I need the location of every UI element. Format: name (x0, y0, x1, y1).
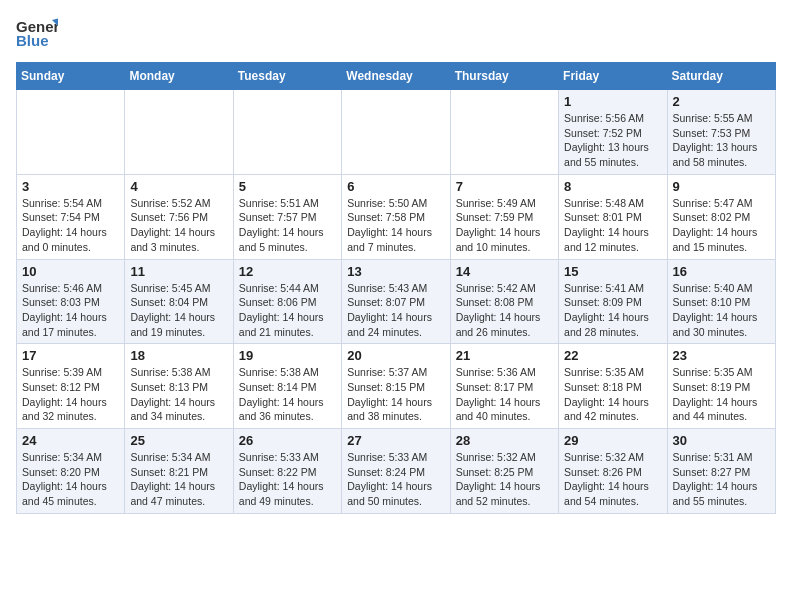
day-info: Sunrise: 5:37 AM (347, 365, 444, 380)
day-number: 21 (456, 348, 553, 363)
day-info: Sunrise: 5:48 AM (564, 196, 661, 211)
calendar-cell: 18Sunrise: 5:38 AMSunset: 8:13 PMDayligh… (125, 344, 233, 429)
calendar-cell: 23Sunrise: 5:35 AMSunset: 8:19 PMDayligh… (667, 344, 775, 429)
day-info: Daylight: 14 hours and 15 minutes. (673, 225, 770, 254)
col-header-sunday: Sunday (17, 63, 125, 90)
day-number: 20 (347, 348, 444, 363)
day-number: 14 (456, 264, 553, 279)
day-info: Daylight: 14 hours and 30 minutes. (673, 310, 770, 339)
day-info: Daylight: 14 hours and 42 minutes. (564, 395, 661, 424)
day-number: 8 (564, 179, 661, 194)
calendar-cell: 5Sunrise: 5:51 AMSunset: 7:57 PMDaylight… (233, 174, 341, 259)
calendar-cell: 9Sunrise: 5:47 AMSunset: 8:02 PMDaylight… (667, 174, 775, 259)
day-number: 26 (239, 433, 336, 448)
calendar-cell: 12Sunrise: 5:44 AMSunset: 8:06 PMDayligh… (233, 259, 341, 344)
calendar-cell (342, 90, 450, 175)
day-info: Sunset: 8:21 PM (130, 465, 227, 480)
day-number: 5 (239, 179, 336, 194)
calendar-week-row: 1Sunrise: 5:56 AMSunset: 7:52 PMDaylight… (17, 90, 776, 175)
calendar-week-row: 10Sunrise: 5:46 AMSunset: 8:03 PMDayligh… (17, 259, 776, 344)
day-info: Daylight: 14 hours and 21 minutes. (239, 310, 336, 339)
day-info: Daylight: 14 hours and 12 minutes. (564, 225, 661, 254)
day-info: Sunset: 7:54 PM (22, 210, 119, 225)
day-info: Sunset: 8:13 PM (130, 380, 227, 395)
day-info: Daylight: 14 hours and 55 minutes. (673, 479, 770, 508)
day-info: Daylight: 14 hours and 54 minutes. (564, 479, 661, 508)
day-info: Sunrise: 5:38 AM (239, 365, 336, 380)
calendar-cell: 29Sunrise: 5:32 AMSunset: 8:26 PMDayligh… (559, 429, 667, 514)
col-header-friday: Friday (559, 63, 667, 90)
calendar-cell: 6Sunrise: 5:50 AMSunset: 7:58 PMDaylight… (342, 174, 450, 259)
day-info: Daylight: 14 hours and 26 minutes. (456, 310, 553, 339)
day-info: Sunrise: 5:39 AM (22, 365, 119, 380)
day-info: Sunrise: 5:41 AM (564, 281, 661, 296)
calendar-cell: 2Sunrise: 5:55 AMSunset: 7:53 PMDaylight… (667, 90, 775, 175)
day-info: Sunset: 8:20 PM (22, 465, 119, 480)
day-number: 1 (564, 94, 661, 109)
day-info: Sunrise: 5:55 AM (673, 111, 770, 126)
day-info: Sunset: 8:01 PM (564, 210, 661, 225)
logo-icon: General Blue (16, 16, 58, 52)
calendar-cell: 19Sunrise: 5:38 AMSunset: 8:14 PMDayligh… (233, 344, 341, 429)
day-number: 24 (22, 433, 119, 448)
day-info: Sunrise: 5:31 AM (673, 450, 770, 465)
day-info: Daylight: 14 hours and 47 minutes. (130, 479, 227, 508)
day-info: Sunrise: 5:34 AM (22, 450, 119, 465)
col-header-tuesday: Tuesday (233, 63, 341, 90)
day-info: Daylight: 14 hours and 34 minutes. (130, 395, 227, 424)
day-info: Daylight: 14 hours and 24 minutes. (347, 310, 444, 339)
calendar-header-row: SundayMondayTuesdayWednesdayThursdayFrid… (17, 63, 776, 90)
calendar-cell: 1Sunrise: 5:56 AMSunset: 7:52 PMDaylight… (559, 90, 667, 175)
day-info: Daylight: 14 hours and 0 minutes. (22, 225, 119, 254)
calendar-cell: 20Sunrise: 5:37 AMSunset: 8:15 PMDayligh… (342, 344, 450, 429)
day-info: Sunrise: 5:35 AM (564, 365, 661, 380)
day-number: 19 (239, 348, 336, 363)
calendar-cell: 22Sunrise: 5:35 AMSunset: 8:18 PMDayligh… (559, 344, 667, 429)
day-info: Sunrise: 5:50 AM (347, 196, 444, 211)
day-info: Sunset: 8:22 PM (239, 465, 336, 480)
day-info: Daylight: 14 hours and 45 minutes. (22, 479, 119, 508)
day-info: Sunset: 8:06 PM (239, 295, 336, 310)
day-info: Daylight: 14 hours and 5 minutes. (239, 225, 336, 254)
day-info: Sunrise: 5:42 AM (456, 281, 553, 296)
calendar-cell: 10Sunrise: 5:46 AMSunset: 8:03 PMDayligh… (17, 259, 125, 344)
day-info: Sunrise: 5:33 AM (347, 450, 444, 465)
day-info: Sunset: 7:52 PM (564, 126, 661, 141)
day-info: Daylight: 14 hours and 36 minutes. (239, 395, 336, 424)
day-info: Sunrise: 5:35 AM (673, 365, 770, 380)
day-number: 2 (673, 94, 770, 109)
calendar-cell: 28Sunrise: 5:32 AMSunset: 8:25 PMDayligh… (450, 429, 558, 514)
day-info: Daylight: 14 hours and 40 minutes. (456, 395, 553, 424)
calendar-cell: 25Sunrise: 5:34 AMSunset: 8:21 PMDayligh… (125, 429, 233, 514)
day-info: Sunset: 8:19 PM (673, 380, 770, 395)
day-number: 6 (347, 179, 444, 194)
calendar-cell (233, 90, 341, 175)
day-info: Sunset: 8:27 PM (673, 465, 770, 480)
calendar-cell: 15Sunrise: 5:41 AMSunset: 8:09 PMDayligh… (559, 259, 667, 344)
day-number: 13 (347, 264, 444, 279)
day-info: Sunset: 8:03 PM (22, 295, 119, 310)
day-info: Sunrise: 5:43 AM (347, 281, 444, 296)
calendar-cell: 14Sunrise: 5:42 AMSunset: 8:08 PMDayligh… (450, 259, 558, 344)
day-number: 23 (673, 348, 770, 363)
calendar-cell: 26Sunrise: 5:33 AMSunset: 8:22 PMDayligh… (233, 429, 341, 514)
svg-text:Blue: Blue (16, 32, 49, 49)
day-info: Sunrise: 5:38 AM (130, 365, 227, 380)
day-info: Sunset: 7:53 PM (673, 126, 770, 141)
col-header-thursday: Thursday (450, 63, 558, 90)
day-number: 30 (673, 433, 770, 448)
page-header: General Blue (16, 16, 776, 52)
day-info: Daylight: 14 hours and 32 minutes. (22, 395, 119, 424)
calendar-cell: 24Sunrise: 5:34 AMSunset: 8:20 PMDayligh… (17, 429, 125, 514)
day-info: Sunset: 7:58 PM (347, 210, 444, 225)
day-info: Daylight: 14 hours and 38 minutes. (347, 395, 444, 424)
calendar-cell: 7Sunrise: 5:49 AMSunset: 7:59 PMDaylight… (450, 174, 558, 259)
day-info: Sunset: 8:07 PM (347, 295, 444, 310)
day-number: 22 (564, 348, 661, 363)
day-info: Sunrise: 5:44 AM (239, 281, 336, 296)
day-info: Sunrise: 5:32 AM (564, 450, 661, 465)
day-number: 29 (564, 433, 661, 448)
day-info: Sunset: 8:14 PM (239, 380, 336, 395)
day-info: Daylight: 14 hours and 19 minutes. (130, 310, 227, 339)
day-info: Sunrise: 5:34 AM (130, 450, 227, 465)
